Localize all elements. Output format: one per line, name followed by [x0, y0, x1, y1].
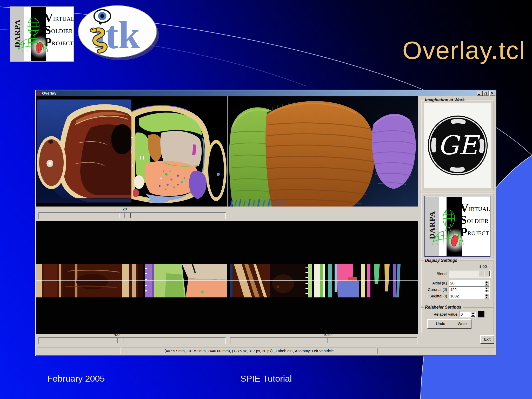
minimize-button[interactable]: [477, 91, 483, 96]
vsp-groupbox: DARPA: [421, 193, 494, 260]
axial-slider-track[interactable]: [38, 212, 226, 219]
sagittal-spin-label: Sagittal (I): [422, 294, 447, 298]
ge-monogram: GE: [437, 130, 480, 161]
relabel-value-label: Relabel Value: [423, 312, 457, 316]
restore-button[interactable]: [483, 91, 489, 96]
coronal-spin-label: Coronal (J): [422, 287, 447, 292]
coronal-slider[interactable]: 422: [38, 334, 226, 347]
window-titlebar[interactable]: Overlay: [36, 90, 496, 96]
ge-groupbox: Imagination at Work GE: [421, 100, 494, 191]
coronal-slider-handle[interactable]: [112, 338, 123, 343]
vsp-logo-panel: DARPA: [425, 196, 490, 256]
sagittal-slider-track[interactable]: [230, 337, 417, 344]
relabel-color-swatch[interactable]: [478, 311, 484, 317]
axial-spinbox[interactable]: 20: [449, 280, 490, 286]
axial-slider[interactable]: 20: [38, 207, 226, 221]
sagittal-spin-up[interactable]: [484, 294, 489, 296]
coronal-slider-track[interactable]: [38, 337, 226, 344]
undo-button[interactable]: Undo: [427, 319, 454, 329]
status-segment-main: (407.97 mm, 101.52 mm, 1440.00 mm), (127…: [122, 348, 376, 354]
bottom-slider-row: 422 1092: [36, 334, 418, 347]
coronal-spin-up[interactable]: [484, 287, 489, 289]
axial-spin-down[interactable]: [484, 283, 489, 285]
sagittal-slider-handle[interactable]: [322, 338, 333, 343]
display-settings-groupbox: Display Settings 1.00 Blend Axial (K) 20…: [421, 261, 494, 306]
sagittal-spinbox[interactable]: 1092: [449, 293, 490, 299]
blend-slider-track[interactable]: [449, 270, 491, 278]
coronal-spin-value: 422: [450, 287, 457, 292]
close-button[interactable]: [489, 91, 495, 96]
itk-logo: ıtk: [78, 5, 161, 62]
right-panel: Imagination at Work GE DARPA: [420, 96, 495, 347]
status-text: (407.97 mm, 101.52 mm, 1440.00 mm), (127…: [122, 349, 376, 353]
relabel-spinbox[interactable]: 0: [459, 311, 476, 317]
vsp-logo: DARPA VIRTUAL SOLDIER PROJECT: [10, 6, 74, 62]
coronal-slider-value: 422: [114, 332, 121, 337]
coronal-spinbox[interactable]: 422: [449, 286, 490, 293]
sagittal-slider-value: 1092: [323, 332, 332, 337]
relabeler-label: Relabeler Settings: [424, 305, 463, 310]
surface-3d-viewport[interactable]: [228, 96, 418, 207]
axial-photo-half: [37, 99, 133, 203]
footer-date: February 2005: [47, 374, 105, 384]
coronal-spin-down[interactable]: [484, 290, 489, 292]
status-segment-right: [377, 348, 495, 354]
axial-slider-value: 20: [123, 207, 127, 211]
status-bar: (407.97 mm, 101.52 mm, 1440.00 mm), (127…: [36, 347, 495, 355]
heart-icon: [449, 232, 460, 250]
axial-slider-row: 20: [36, 207, 418, 221]
slide-title: Overlay.tcl: [402, 36, 525, 65]
blend-value: 1.00: [479, 264, 487, 269]
footer-event: SPIE Tutorial: [240, 374, 292, 384]
axial-slider-handle[interactable]: [119, 213, 131, 218]
blend-label: Blend: [427, 271, 447, 276]
tk-icon: [37, 91, 41, 95]
sagittal-spin-value: 1092: [450, 294, 459, 298]
relabeler-groupbox: Relabeler Settings Relabel Value 0 Undo …: [421, 307, 494, 333]
window-title: Overlay: [42, 91, 56, 95]
exit-button[interactable]: Exit: [480, 335, 494, 344]
relabel-value: 0: [461, 312, 463, 316]
blend-slider-handle[interactable]: [479, 271, 490, 276]
axial-spin-label: Axial (K): [422, 281, 447, 285]
sagittal-slider[interactable]: 1092: [230, 334, 417, 347]
status-segment-left: [37, 348, 121, 354]
ge-logo: GE: [424, 103, 491, 188]
overlay-app-window: Overlay: [35, 90, 496, 356]
brown-segment-3d: [265, 101, 375, 207]
axial-spin-value: 20: [450, 281, 455, 285]
relabel-spin-down[interactable]: [471, 314, 475, 317]
coronal-sagittal-viewport[interactable]: [36, 221, 418, 334]
axial-slice-viewport[interactable]: [36, 96, 227, 207]
minimize-icon: [478, 94, 480, 95]
ge-group-label: Imagination at Work: [424, 98, 466, 102]
heart-icon: [34, 39, 44, 56]
display-settings-label: Display Settings: [424, 258, 458, 263]
sagittal-spin-down[interactable]: [484, 296, 489, 298]
relabel-spin-up[interactable]: [471, 312, 475, 314]
axial-spin-up[interactable]: [484, 281, 489, 283]
crosshair-hline: [36, 280, 418, 281]
write-button[interactable]: Write: [453, 319, 471, 329]
slide: DARPA VIRTUAL SOLDIER PROJECT: [0, 0, 532, 399]
vsp-words: VIRTUAL SOLDIER PROJECT: [44, 12, 72, 49]
